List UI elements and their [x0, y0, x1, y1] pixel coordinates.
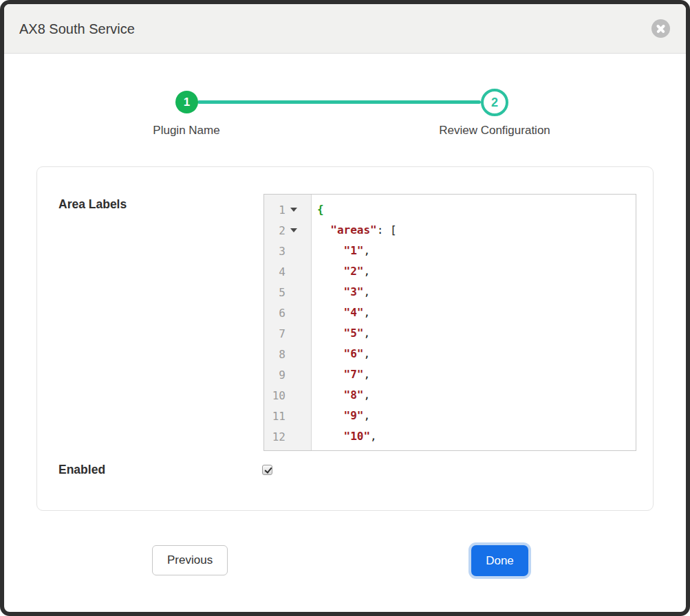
code-line[interactable]: "4", [317, 302, 636, 323]
dialog-window: AX8 South Service 1 2 Plugin Name Review… [0, 0, 690, 616]
line-number: 11 [264, 406, 311, 426]
code-line[interactable]: "1", [317, 241, 636, 261]
line-number: 9 [264, 364, 311, 385]
fold-toggle-icon[interactable] [290, 208, 297, 212]
step-2-label: Review Configuration [398, 124, 591, 138]
code-line[interactable]: "9", [317, 406, 636, 426]
editor-code[interactable]: { "areas": [ "1", "2", "3", "4", "5", "6… [312, 195, 636, 450]
line-number: 12 [264, 426, 311, 447]
line-number: 6 [264, 302, 311, 323]
code-line[interactable]: "2", [317, 261, 636, 282]
code-line[interactable]: "3", [317, 282, 636, 302]
step-1-label: Plugin Name [104, 124, 269, 138]
code-line[interactable]: "6", [317, 344, 636, 364]
close-icon [651, 19, 670, 38]
step-2-indicator[interactable]: 2 [481, 89, 508, 116]
step-1-indicator[interactable]: 1 [175, 91, 198, 113]
line-number: 8 [264, 344, 311, 364]
dialog-title: AX8 South Service [19, 4, 135, 54]
fold-toggle-icon[interactable] [290, 228, 297, 232]
code-line[interactable]: { [317, 199, 636, 220]
close-button[interactable] [651, 19, 670, 38]
config-panel: Area Labels 123456789101112 { "areas": [… [36, 166, 654, 511]
editor-gutter: 123456789101112 [264, 195, 312, 450]
previous-button[interactable]: Previous [152, 545, 228, 575]
line-number: 1 [264, 199, 311, 220]
done-button[interactable]: Done [471, 545, 528, 576]
line-number: 2 [264, 220, 311, 241]
enabled-checkbox[interactable] [262, 465, 272, 475]
line-number: 3 [264, 241, 311, 261]
json-editor[interactable]: 123456789101112 { "areas": [ "1", "2", "… [263, 194, 636, 451]
line-number: 5 [264, 282, 311, 302]
code-line[interactable]: "8", [317, 385, 636, 406]
code-line[interactable]: "5", [317, 323, 636, 344]
code-line[interactable]: "7", [317, 364, 636, 385]
code-line[interactable]: "10", [317, 426, 636, 447]
line-number: 7 [264, 323, 311, 344]
enabled-label: Enabled [58, 463, 105, 477]
line-number: 4 [264, 261, 311, 282]
area-labels-label: Area Labels [58, 197, 127, 212]
dialog-header: AX8 South Service [4, 4, 686, 54]
line-number: 10 [264, 385, 311, 406]
stepper-connector [197, 100, 481, 104]
code-line[interactable]: "areas": [ [317, 220, 636, 241]
